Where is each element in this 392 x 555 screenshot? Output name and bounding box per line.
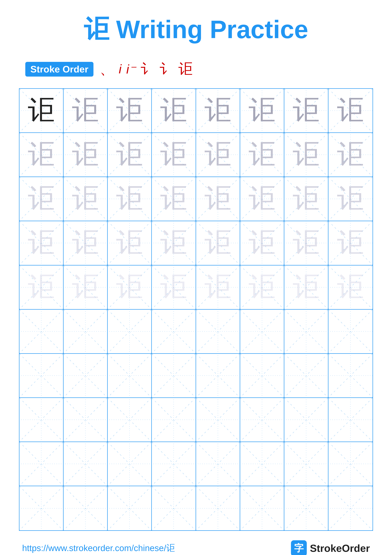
- grid-cell-r1c2[interactable]: 讵: [64, 89, 108, 133]
- grid-cell-r2c2[interactable]: 讵: [64, 133, 108, 177]
- footer-logo: 字 StrokeOrder: [291, 540, 370, 555]
- char-r2c2: 讵: [72, 141, 99, 168]
- svg-line-114: [64, 398, 107, 442]
- grid-cell-r1c8[interactable]: 讵: [328, 89, 372, 133]
- grid-cell-r5c4[interactable]: 讵: [152, 265, 196, 310]
- grid-cell-r10c2[interactable]: [64, 486, 108, 530]
- grid-cell-r2c7[interactable]: 讵: [284, 133, 328, 177]
- grid-cell-r4c6[interactable]: 讵: [240, 221, 284, 265]
- grid-cell-r1c4[interactable]: 讵: [152, 89, 196, 133]
- grid-cell-r2c8[interactable]: 讵: [328, 133, 372, 177]
- grid-cell-r9c7[interactable]: [284, 442, 328, 486]
- svg-line-134: [152, 442, 195, 486]
- grid-cell-r3c1[interactable]: 讵: [20, 177, 64, 221]
- grid-cell-r9c6[interactable]: [240, 442, 284, 486]
- grid-cell-r1c1[interactable]: 讵: [20, 89, 64, 133]
- grid-cell-r7c2[interactable]: [64, 354, 108, 398]
- grid-cell-r10c8[interactable]: [328, 486, 372, 530]
- svg-line-98: [64, 354, 107, 397]
- grid-cell-r6c4[interactable]: [152, 310, 196, 354]
- grid-cell-r10c5[interactable]: [196, 486, 240, 530]
- grid-cell-r6c8[interactable]: [328, 310, 372, 354]
- grid-cell-r6c5[interactable]: [196, 310, 240, 354]
- grid-cell-r10c3[interactable]: [108, 486, 152, 530]
- grid-cell-r4c3[interactable]: 讵: [108, 221, 152, 265]
- grid-cell-r5c8[interactable]: 讵: [328, 265, 372, 310]
- grid-cell-r4c7[interactable]: 讵: [284, 221, 328, 265]
- grid-cell-r7c3[interactable]: [108, 354, 152, 398]
- grid-cell-r4c4[interactable]: 讵: [152, 221, 196, 265]
- grid-cell-r5c3[interactable]: 讵: [108, 265, 152, 310]
- grid-cell-r8c3[interactable]: [108, 398, 152, 442]
- grid-cell-r5c6[interactable]: 讵: [240, 265, 284, 310]
- svg-line-89: [196, 310, 240, 353]
- grid-cell-r7c6[interactable]: [240, 354, 284, 398]
- grid-cell-r7c5[interactable]: [196, 354, 240, 398]
- grid-cell-r8c7[interactable]: [284, 398, 328, 442]
- grid-cell-r9c4[interactable]: [152, 442, 196, 486]
- grid-cell-r7c8[interactable]: [328, 354, 372, 398]
- grid-cell-r3c3[interactable]: 讵: [108, 177, 152, 221]
- grid-cell-r9c2[interactable]: [64, 442, 108, 486]
- grid-cell-r5c5[interactable]: 讵: [196, 265, 240, 310]
- grid-cell-r10c1[interactable]: [20, 486, 64, 530]
- grid-cell-r9c5[interactable]: [196, 442, 240, 486]
- footer-url[interactable]: https://www.strokeorder.com/chinese/讵: [22, 542, 175, 554]
- grid-cell-r8c1[interactable]: [20, 398, 64, 442]
- grid-cell-r4c8[interactable]: 讵: [328, 221, 372, 265]
- grid-cell-r1c3[interactable]: 讵: [108, 89, 152, 133]
- grid-cell-r6c7[interactable]: [284, 310, 328, 354]
- grid-cell-r8c8[interactable]: [328, 398, 372, 442]
- svg-line-86: [152, 310, 195, 353]
- grid-cell-r5c2[interactable]: 讵: [64, 265, 108, 310]
- grid-cell-r9c1[interactable]: [20, 442, 64, 486]
- grid-cell-r8c4[interactable]: [152, 398, 196, 442]
- grid-cell-r2c3[interactable]: 讵: [108, 133, 152, 177]
- grid-cell-r6c6[interactable]: [240, 310, 284, 354]
- grid-cell-r10c4[interactable]: [152, 486, 196, 530]
- grid-cell-r3c5[interactable]: 讵: [196, 177, 240, 221]
- grid-cell-r6c3[interactable]: [108, 310, 152, 354]
- grid-cell-r3c8[interactable]: 讵: [328, 177, 372, 221]
- grid-cell-r3c6[interactable]: 讵: [240, 177, 284, 221]
- grid-cell-r3c4[interactable]: 讵: [152, 177, 196, 221]
- svg-line-140: [284, 442, 328, 486]
- stroke-order-badge: Stroke Order: [25, 62, 93, 77]
- grid-cell-r2c1[interactable]: 讵: [20, 133, 64, 177]
- grid-cell-r8c5[interactable]: [196, 398, 240, 442]
- svg-line-138: [240, 442, 284, 486]
- grid-cell-r3c2[interactable]: 讵: [64, 177, 108, 221]
- grid-cell-r9c8[interactable]: [328, 442, 372, 486]
- svg-line-144: [20, 486, 63, 530]
- char-r2c5: 讵: [205, 141, 231, 168]
- grid-cell-r1c7[interactable]: 讵: [284, 89, 328, 133]
- grid-cell-r7c1[interactable]: [20, 354, 64, 398]
- grid-cell-r8c2[interactable]: [64, 398, 108, 442]
- grid-cell-r2c5[interactable]: 讵: [196, 133, 240, 177]
- svg-line-87: [152, 310, 195, 353]
- svg-line-137: [196, 442, 240, 486]
- grid-cell-r10c7[interactable]: [284, 486, 328, 530]
- grid-cell-r8c6[interactable]: [240, 398, 284, 442]
- svg-line-123: [240, 398, 284, 442]
- grid-cell-r3c7[interactable]: 讵: [284, 177, 328, 221]
- grid-cell-r7c7[interactable]: [284, 354, 328, 398]
- grid-cell-r4c1[interactable]: 讵: [20, 221, 64, 265]
- grid-cell-r6c2[interactable]: [64, 310, 108, 354]
- svg-line-125: [284, 398, 328, 442]
- svg-line-112: [20, 398, 63, 442]
- char-r5c2: 讵: [72, 274, 99, 301]
- grid-cell-r7c4[interactable]: [152, 354, 196, 398]
- grid-cell-r2c6[interactable]: 讵: [240, 133, 284, 177]
- grid-cell-r9c3[interactable]: [108, 442, 152, 486]
- grid-cell-r5c1[interactable]: 讵: [20, 265, 64, 310]
- grid-cell-r4c5[interactable]: 讵: [196, 221, 240, 265]
- grid-cell-r5c7[interactable]: 讵: [284, 265, 328, 310]
- char-r1c3: 讵: [116, 97, 143, 124]
- grid-cell-r1c5[interactable]: 讵: [196, 89, 240, 133]
- grid-cell-r10c6[interactable]: [240, 486, 284, 530]
- grid-cell-r1c6[interactable]: 讵: [240, 89, 284, 133]
- grid-cell-r4c2[interactable]: 讵: [64, 221, 108, 265]
- grid-cell-r6c1[interactable]: [20, 310, 64, 354]
- grid-cell-r2c4[interactable]: 讵: [152, 133, 196, 177]
